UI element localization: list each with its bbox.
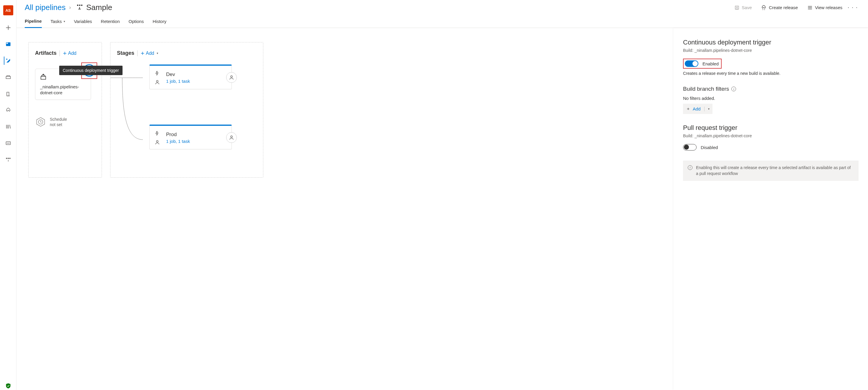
post-deploy-conditions-button[interactable]	[226, 132, 237, 143]
svg-rect-11	[81, 4, 82, 6]
svg-rect-6	[6, 158, 7, 159]
pipelines-icon[interactable]	[4, 57, 12, 65]
tab-pipeline[interactable]: Pipeline	[25, 19, 42, 28]
tab-options[interactable]: Options	[129, 19, 144, 28]
taskgroups-icon[interactable]	[4, 139, 12, 147]
pr-enabled-toggle[interactable]	[683, 144, 696, 151]
cd-trigger-tooltip: Continuous deployment trigger	[59, 66, 123, 75]
cd-build-label: Build: _ninallam.pipelines-dotnet-core	[683, 48, 859, 53]
tab-retention[interactable]: Retention	[101, 19, 120, 28]
plus-icon: ＋	[686, 106, 690, 112]
releases-icon[interactable]	[4, 90, 12, 98]
boards-icon[interactable]	[4, 40, 12, 48]
branch-filters-title: Build branch filtersi	[683, 86, 859, 92]
page-title: Sample	[86, 3, 112, 12]
stage-name: Dev	[166, 71, 226, 78]
chevron-down-icon: ▾	[64, 20, 65, 23]
svg-rect-10	[79, 4, 80, 6]
save-button[interactable]: Save	[735, 5, 752, 10]
person-icon	[155, 80, 160, 86]
pr-info-callout: i Enabling this will create a release ev…	[683, 160, 859, 181]
svg-rect-3	[6, 77, 10, 79]
more-actions-button[interactable]: · · ·	[846, 4, 860, 10]
artifacts-column: Artifacts Add Continuous deployment trig…	[28, 42, 102, 178]
pipeline-canvas: Artifacts Add Continuous deployment trig…	[17, 28, 674, 390]
pipeline-type-icon	[76, 4, 83, 11]
stage-name: Prod	[166, 132, 226, 138]
settings-panel: Continuous deployment trigger Build: _ni…	[674, 28, 868, 390]
svg-rect-1	[6, 43, 8, 44]
svg-rect-4	[7, 92, 9, 96]
tab-bar: Pipeline Tasks▾ Variables Retention Opti…	[17, 12, 868, 28]
svg-point-18	[230, 76, 232, 78]
add-artifact-button[interactable]: Add	[63, 51, 76, 56]
rocket-icon[interactable]	[4, 106, 12, 114]
svg-rect-9	[77, 4, 79, 6]
svg-point-20	[230, 136, 232, 138]
environments-icon[interactable]	[4, 73, 12, 81]
person-icon	[155, 140, 160, 146]
info-icon: i	[688, 165, 692, 170]
artifacts-heading: Artifacts	[35, 50, 57, 56]
lightning-icon	[155, 131, 160, 137]
left-rail: AS	[0, 0, 17, 390]
stages-column: Stages Add ▾ Dev	[110, 42, 263, 178]
pr-trigger-title: Pull request trigger	[683, 124, 859, 132]
svg-rect-7	[8, 158, 9, 159]
stage-jobs-link[interactable]: 1 job, 1 task	[166, 139, 226, 144]
add-icon[interactable]	[4, 24, 12, 32]
add-stage-button[interactable]: Add ▾	[141, 51, 158, 56]
cd-trigger-title: Continuous deployment trigger	[683, 38, 859, 46]
svg-rect-13	[736, 8, 738, 9]
create-release-button[interactable]: Create release	[761, 5, 798, 10]
schedule-text: Schedulenot set	[50, 117, 67, 127]
chevron-down-icon: ▾	[708, 107, 710, 111]
lightning-icon	[155, 71, 160, 77]
chevron-down-icon: ▾	[157, 52, 158, 55]
svg-rect-12	[735, 6, 739, 9]
save-label: Save	[742, 5, 752, 10]
no-filters-text: No filters added.	[683, 96, 859, 101]
svg-point-19	[156, 141, 158, 142]
cd-enabled-toggle[interactable]	[685, 60, 699, 67]
view-releases-label: View releases	[815, 5, 842, 10]
library-icon[interactable]	[4, 123, 12, 131]
deployment-groups-icon[interactable]	[4, 155, 12, 164]
tab-tasks[interactable]: Tasks▾	[51, 19, 65, 28]
svg-point-17	[156, 81, 158, 82]
info-icon[interactable]: i	[731, 87, 736, 91]
svg-rect-8	[9, 158, 10, 159]
stage-connectors	[111, 42, 263, 177]
page-header: All pipelines › Sample Save Create relea…	[17, 0, 868, 12]
stages-heading: Stages	[117, 50, 134, 56]
cd-toggle-label: Enabled	[703, 61, 719, 66]
add-branch-filter-button[interactable]: ＋ Add ▾	[683, 104, 712, 114]
pr-callout-text: Enabling this will create a release ever…	[696, 164, 854, 177]
pr-toggle-label: Disabled	[701, 145, 718, 150]
stage-card-prod[interactable]: Prod 1 job, 1 task	[149, 125, 232, 149]
schedule-row[interactable]: Schedulenot set	[35, 116, 95, 127]
tab-variables[interactable]: Variables	[74, 19, 92, 28]
create-release-label: Create release	[769, 5, 798, 10]
tab-history[interactable]: History	[153, 19, 166, 28]
breadcrumb-root[interactable]: All pipelines	[25, 3, 66, 12]
cd-toggle-highlight: Enabled	[683, 59, 722, 69]
svg-point-2	[6, 59, 7, 60]
svg-rect-14	[41, 77, 46, 80]
pr-build-label: Build: _ninallam.pipelines-dotnet-core	[683, 133, 859, 138]
security-shield-icon[interactable]	[4, 382, 12, 390]
post-deploy-conditions-button[interactable]	[226, 72, 237, 83]
stage-card-dev[interactable]: Dev 1 job, 1 task	[149, 64, 232, 89]
artifact-name: _ninallam.pipelines-dotnet-core	[40, 84, 86, 95]
view-releases-button[interactable]: View releases	[807, 5, 842, 10]
cd-description: Creates a release every time a new build…	[683, 71, 859, 76]
breadcrumb-chevron-icon: ›	[69, 4, 71, 10]
project-avatar[interactable]: AS	[3, 5, 13, 15]
clock-icon	[35, 116, 46, 127]
stage-jobs-link[interactable]: 1 job, 1 task	[166, 79, 226, 84]
